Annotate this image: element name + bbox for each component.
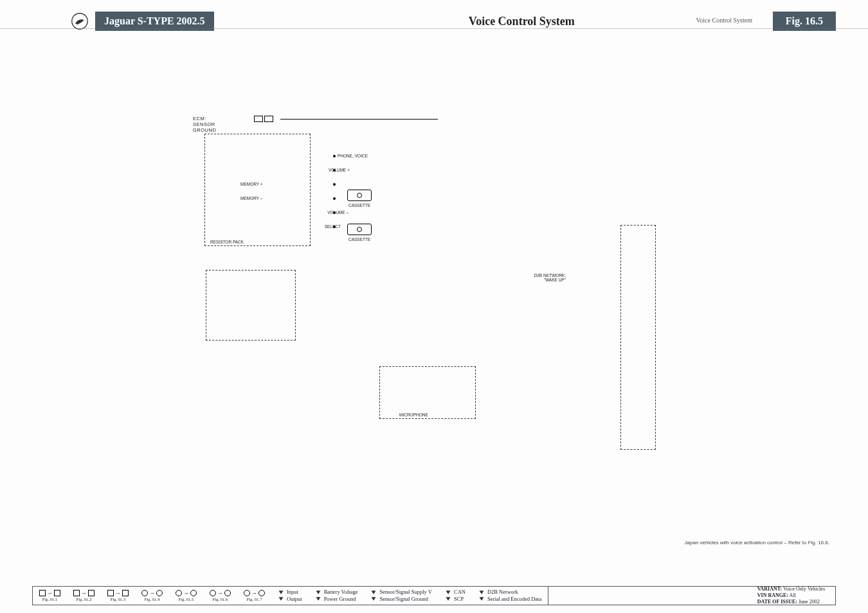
resistor-pack-label: RESISTOR PACK <box>210 240 244 244</box>
fig-ref-2: Fig. 01.2 <box>67 590 101 601</box>
triangle-icon <box>479 591 484 594</box>
volume-minus-label: VOLUME – <box>327 210 348 215</box>
triangle-icon <box>316 598 320 601</box>
header-divider <box>0 28 868 29</box>
legend-footer: Fig. 01.1 Fig. 01.2 Fig. 01.3 Fig. 01.4 … <box>32 586 836 605</box>
memory-plus-label: MEMORY + <box>240 182 263 186</box>
footer-divider <box>548 587 548 605</box>
legend-sensor: Sensor/Signal Supply V Sensor/Signal Gro… <box>364 589 439 603</box>
fig-ref-3: Fig. 01.3 <box>101 590 135 601</box>
ecm-sensor-ground-label: ECM: SENSOR GROUND <box>193 116 216 133</box>
resistor-pack-box: PHONE, VOICE VOLUME + MEMORY + MEMORY – … <box>204 134 311 246</box>
diagram-right-cluster: D2B NETWORK: "WAKE UP" <box>527 225 630 418</box>
cassette-connector-1 <box>347 190 372 201</box>
legend-power: Battery Voltage Power Ground <box>309 589 365 603</box>
legend-bus1: CAN SCP <box>439 589 472 603</box>
jaguar-logo-icon <box>71 12 89 30</box>
triangle-icon <box>372 598 376 601</box>
triangle-icon <box>316 591 320 594</box>
fig-ref-1: Fig. 01.1 <box>33 590 67 601</box>
memory-minus-label: MEMORY – <box>240 196 262 200</box>
wiring-diagram: ECM: SENSOR GROUND PHONE, VOICE VOLUME +… <box>180 116 630 475</box>
right-dashed-box <box>620 225 656 450</box>
fig-ref-6: Fig. 01.6 <box>203 590 237 601</box>
volume-plus-label: VOLUME + <box>329 168 350 172</box>
d2b-wake-up-label: D2B NETWORK: "WAKE UP" <box>521 273 566 282</box>
lower-dashed-box <box>206 270 296 341</box>
header-section-label: Voice Control System <box>696 17 752 24</box>
ecm-wire <box>280 119 438 120</box>
microphone-label: MICROPHONE <box>399 413 428 417</box>
cassette-connector-2 <box>347 224 372 235</box>
legend-io: Input Output <box>271 589 309 603</box>
fig-ref-4: Fig. 01.4 <box>135 590 169 601</box>
ecm-connectors <box>254 116 273 122</box>
triangle-icon <box>446 598 450 601</box>
triangle-icon <box>372 591 376 594</box>
triangle-icon <box>279 591 284 594</box>
phone-voice-label: PHONE, VOICE <box>338 154 368 158</box>
triangle-icon <box>479 598 484 601</box>
cassette-label-1: CASSETTE <box>348 203 370 208</box>
japan-vehicles-note: Japan vehicles with voice activation con… <box>685 540 829 546</box>
triangle-icon <box>446 591 450 594</box>
legend-bus2: D2B Network Serial and Encoded Data <box>472 589 548 603</box>
microphone-box: MICROPHONE <box>379 366 476 419</box>
page-title: Voice Control System <box>214 15 868 28</box>
fig-ref-5: Fig. 01.5 <box>169 590 203 601</box>
fig-ref-7: Fig. 01.7 <box>237 590 271 601</box>
footer-metadata: VARIANT: Voice Only Vehicles VIN RANGE: … <box>747 586 835 605</box>
cassette-label-2: CASSETTE <box>348 237 370 242</box>
triangle-icon <box>279 598 284 601</box>
